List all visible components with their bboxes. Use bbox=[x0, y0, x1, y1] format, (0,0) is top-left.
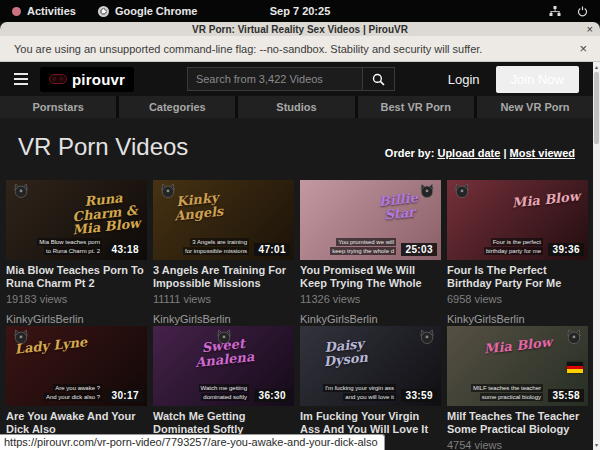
video-title[interactable]: Are You Awake And Your Dick Also bbox=[6, 410, 147, 436]
duration-badge: 33:59 bbox=[401, 389, 437, 402]
chrome-infobar: You are using an unsupported command-lin… bbox=[0, 36, 600, 62]
activities-indicator-icon bbox=[12, 7, 21, 16]
video-card: Runa Charm & Mia Blow Mia Blow teaches p… bbox=[6, 180, 147, 326]
thumbnail-caption: 3 Angels are trainingfor impossible miss… bbox=[183, 237, 249, 255]
duration-badge: 35:58 bbox=[548, 389, 584, 402]
video-grid: Runa Charm & Mia Blow Mia Blow teaches p… bbox=[0, 180, 593, 450]
order-separator: | bbox=[500, 147, 509, 159]
menu-item-categories[interactable]: Categories bbox=[119, 96, 235, 118]
order-link-most-viewed[interactable]: Most viewed bbox=[510, 147, 575, 159]
order-by: Order by: Upload date | Most viewed bbox=[385, 147, 575, 162]
german-flag-icon bbox=[567, 362, 583, 373]
logo-text: pirouvr bbox=[72, 71, 125, 88]
video-views: 6958 views bbox=[447, 293, 588, 306]
duration-badge: 25:03 bbox=[401, 243, 437, 256]
video-thumbnail[interactable]: Billie Star You promised we willkeep try… bbox=[300, 180, 441, 260]
activities-label: Activities bbox=[27, 5, 76, 17]
video-thumbnail[interactable]: Kinky Angels 3 Angels are trainingfor im… bbox=[153, 180, 294, 260]
system-top-bar: Activities Google Chrome Sep 7 20:25 bbox=[0, 0, 600, 22]
thumbnail-model-name: Billie Star bbox=[361, 189, 437, 224]
duration-badge: 36:30 bbox=[254, 389, 290, 402]
video-title[interactable]: 3 Angels Are Training For Impossible Mis… bbox=[153, 264, 294, 290]
video-views: 19183 views bbox=[6, 293, 147, 306]
video-card: Mia Blow MILF teaches the teachersome pr… bbox=[447, 326, 588, 450]
video-title[interactable]: Milf Teaches The Teacher Some Practical … bbox=[447, 410, 588, 436]
infobar-close-icon[interactable]: × bbox=[579, 36, 587, 62]
video-title[interactable]: You Promised We Will Keep Trying The Who… bbox=[300, 264, 441, 290]
thumbnail-caption: You promised we willkeep trying the whol… bbox=[330, 237, 396, 255]
studio-mask-icon bbox=[418, 329, 436, 348]
video-title[interactable]: Watch Me Getting Dominated Softly bbox=[153, 410, 294, 436]
video-thumbnail[interactable]: Mia Blow Four is the perfectbirthday par… bbox=[447, 180, 588, 260]
order-by-label: Order by: bbox=[385, 147, 435, 159]
video-card: Daisy Dyson I'm fucking your virgin assa… bbox=[300, 326, 441, 450]
video-thumbnail[interactable]: Sweet Analena Watch me gettingdominated … bbox=[153, 326, 294, 406]
video-card: Lady Lyne Are you awake ?And your dick a… bbox=[6, 326, 147, 450]
video-title[interactable]: Im Fucking Your Virgin Ass And You Will … bbox=[300, 410, 441, 436]
thumbnail-model-name: Daisy Dyson bbox=[307, 335, 383, 370]
thumbnail-model-name: Mia Blow bbox=[508, 189, 583, 210]
video-thumbnail[interactable]: Lady Lyne Are you awake ?And your dick a… bbox=[6, 326, 147, 406]
video-views: 11326 views bbox=[300, 293, 441, 306]
video-title[interactable]: Mia Blow Teaches Porn To Runa Charm Pt 2 bbox=[6, 264, 147, 290]
network-icon[interactable] bbox=[549, 6, 561, 17]
video-studio-link[interactable]: KinkyGirlsBerlin bbox=[6, 313, 147, 326]
search-bar bbox=[187, 67, 395, 91]
thumbnail-caption: Mia Blow teaches pornto Runa Charm pt. 2 bbox=[37, 237, 102, 255]
search-icon bbox=[372, 73, 385, 86]
thumbnail-model-name: Sweet Analena bbox=[185, 335, 261, 370]
vertical-scrollbar[interactable]: ▲ ▼ bbox=[593, 62, 600, 450]
window-titlebar[interactable]: VR Porn: Virtual Reality Sex Videos | Pi… bbox=[0, 22, 600, 36]
thumbnail-model-name: Runa Charm & Mia Blow bbox=[66, 189, 144, 237]
duration-badge: 43:18 bbox=[107, 243, 143, 256]
duration-badge: 39:36 bbox=[548, 243, 584, 256]
video-studio-link[interactable]: KinkyGirlsBerlin bbox=[153, 313, 294, 326]
infobar-message: You are using an unsupported command-lin… bbox=[14, 43, 482, 55]
power-icon[interactable] bbox=[577, 6, 588, 17]
scroll-down-icon[interactable]: ▼ bbox=[593, 441, 600, 449]
scrollbar-thumb[interactable] bbox=[594, 72, 599, 144]
video-views: 4754 views bbox=[447, 439, 588, 450]
thumbnail-caption: Watch me gettingdominated softly bbox=[199, 383, 249, 401]
thumbnail-caption: Are you awake ?And your dick also ? bbox=[44, 383, 102, 401]
window-title: VR Porn: Virtual Reality Sex Videos | Pi… bbox=[0, 24, 600, 35]
vr-headset-icon bbox=[49, 74, 67, 84]
studio-mask-icon bbox=[453, 183, 471, 202]
menu-item-pornstars[interactable]: Pornstars bbox=[0, 96, 116, 118]
thumbnail-caption: MILF teaches the teachersome practical b… bbox=[471, 383, 543, 401]
thumbnail-model-name: Mia Blow bbox=[480, 335, 555, 356]
video-views: 11111 views bbox=[153, 293, 294, 306]
menu-item-new-vr-porn[interactable]: New VR Porn bbox=[477, 96, 593, 118]
video-thumbnail[interactable]: Runa Charm & Mia Blow Mia Blow teaches p… bbox=[6, 180, 147, 260]
menu-item-studios[interactable]: Studios bbox=[238, 96, 354, 118]
order-link-upload-date[interactable]: Upload date bbox=[437, 147, 500, 159]
video-title[interactable]: Four Is The Perfect Birthday Party For M… bbox=[447, 264, 588, 290]
search-input[interactable] bbox=[188, 68, 362, 90]
menu-item-best-vr-porn[interactable]: Best VR Porn bbox=[358, 96, 474, 118]
site-navbar: pirouvr Login Join Now bbox=[0, 62, 593, 96]
video-thumbnail[interactable]: Mia Blow MILF teaches the teachersome pr… bbox=[447, 326, 588, 406]
video-card: Mia Blow Four is the perfectbirthday par… bbox=[447, 180, 588, 326]
app-menu-button[interactable]: Google Chrome bbox=[98, 5, 198, 17]
activities-button[interactable]: Activities bbox=[12, 5, 76, 17]
hamburger-menu-icon[interactable] bbox=[14, 73, 28, 85]
duration-badge: 30:17 bbox=[107, 389, 143, 402]
login-link[interactable]: Login bbox=[448, 72, 480, 87]
chrome-icon bbox=[98, 6, 109, 17]
site-logo[interactable]: pirouvr bbox=[40, 67, 134, 92]
video-card: Sweet Analena Watch me gettingdominated … bbox=[153, 326, 294, 450]
video-thumbnail[interactable]: Daisy Dyson I'm fucking your virgin assa… bbox=[300, 326, 441, 406]
video-studio-link[interactable]: KinkyGirlsBerlin bbox=[447, 313, 588, 326]
window-close-icon[interactable]: × bbox=[587, 22, 593, 36]
video-studio-link[interactable]: KinkyGirlsBerlin bbox=[300, 313, 441, 326]
search-button[interactable] bbox=[362, 68, 394, 90]
scroll-up-icon[interactable]: ▲ bbox=[593, 63, 600, 71]
page-content: pirouvr Login Join Now PornstarsCategori… bbox=[0, 62, 593, 450]
studio-mask-icon bbox=[565, 329, 583, 348]
main-menu: PornstarsCategoriesStudiosBest VR PornNe… bbox=[0, 96, 593, 118]
video-card: Billie Star You promised we willkeep try… bbox=[300, 180, 441, 326]
thumbnail-caption: Four is the perfectbirthday party for me bbox=[484, 237, 543, 255]
clock[interactable]: Sep 7 20:25 bbox=[270, 5, 331, 17]
thumbnail-caption: I'm fucking your virgin assand you will … bbox=[323, 383, 396, 401]
join-now-button[interactable]: Join Now bbox=[496, 66, 579, 93]
